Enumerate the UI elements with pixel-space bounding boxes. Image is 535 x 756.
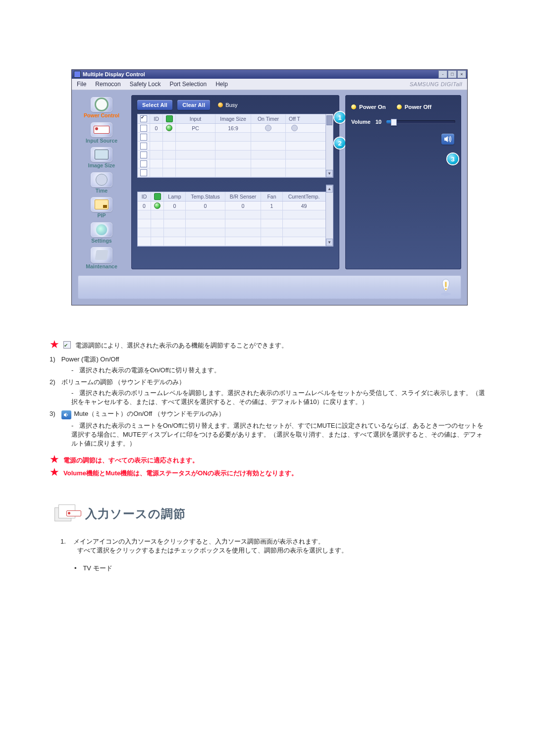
item-number: 2) xyxy=(50,378,59,386)
list-item-3: 3) Mute（ミュート）のOn/Off （サウンドモデルのみ） xyxy=(50,409,485,419)
menu-safety-lock[interactable]: Safety Lock xyxy=(130,81,161,88)
center-panel: Select All Clear All Busy xyxy=(131,95,339,269)
cell-id: 0 xyxy=(138,202,151,210)
sidebar-item-power-control[interactable]: Power Control xyxy=(84,97,119,118)
col-input: Input xyxy=(175,114,215,123)
svg-point-0 xyxy=(441,293,451,296)
table-row xyxy=(138,219,325,228)
sidebar-item-time[interactable]: Time xyxy=(91,172,112,194)
scroll-up-icon[interactable]: ▲ xyxy=(326,185,333,193)
volume-label: Volume xyxy=(351,119,371,125)
image-size-icon xyxy=(95,150,108,159)
power-on-label: Power On xyxy=(359,104,386,110)
power-on-led-icon xyxy=(351,104,356,109)
mute-button[interactable] xyxy=(441,134,454,145)
table-row xyxy=(138,210,325,219)
grid-scrollbar[interactable]: ▲ ▼ xyxy=(326,185,333,247)
time-icon xyxy=(96,174,107,186)
power-off-led-icon xyxy=(397,104,402,109)
col-off-t: Off T xyxy=(285,114,303,123)
dash-icon: - xyxy=(71,389,77,397)
table-row[interactable]: 0 PC 16:9 xyxy=(138,124,325,133)
cell-br-senser: 0 xyxy=(225,202,261,210)
star-icon: ★ xyxy=(50,467,59,478)
sidebar-item-label: Image Size xyxy=(88,163,115,168)
ordered-text-a: メインアイコンの入力ソースをクリックすると、入力ソース調節画面が表示されます。 xyxy=(73,538,324,545)
sidebar-item-maintenance[interactable]: Maintenance xyxy=(86,247,117,269)
row-checkbox[interactable] xyxy=(140,134,147,141)
row-checkbox[interactable] xyxy=(140,125,147,132)
scroll-down-icon[interactable]: ▼ xyxy=(326,170,333,177)
dash-icon: - xyxy=(71,422,77,429)
menu-remocon[interactable]: Remocon xyxy=(95,81,120,88)
item-number: 3) xyxy=(50,410,59,417)
sub-item: - 選択された表示のボリュームレベルを調節します。選択された表示のボリュームレベ… xyxy=(71,389,485,406)
sidebar-item-label: Time xyxy=(96,188,107,194)
menu-file[interactable]: File xyxy=(77,81,86,88)
svg-point-2 xyxy=(445,288,447,290)
col-status-icon xyxy=(154,193,161,200)
sidebar-item-label: Maintenance xyxy=(86,264,117,269)
sidebar-item-input-source[interactable]: Input Source xyxy=(86,122,117,144)
row-checkbox[interactable] xyxy=(140,160,147,167)
maintenance-icon xyxy=(95,250,108,260)
display-grid-wrap: ID Input Image Size On Timer Off T 0 xyxy=(137,114,333,178)
power-off-button[interactable]: Power Off xyxy=(397,104,431,110)
cell-id: 0 xyxy=(150,124,162,132)
power-on-button[interactable]: Power On xyxy=(351,104,386,110)
sidebar-item-image-size[interactable]: Image Size xyxy=(88,147,115,168)
red-note-line: ★ Volume機能とMute機能は、電源ステータスがONの表示にだけ有効となり… xyxy=(50,468,485,479)
table-row[interactable]: 0 0 0 0 1 49 xyxy=(138,202,325,210)
col-temp-status: Temp.Status xyxy=(185,192,225,201)
off-t-dot-icon xyxy=(291,125,298,131)
select-all-button[interactable]: Select All xyxy=(137,100,172,110)
item-number: 1. xyxy=(60,538,71,545)
busy-indicator: Busy xyxy=(218,102,237,108)
header-checkbox[interactable] xyxy=(140,115,147,122)
pip-icon xyxy=(95,200,108,209)
close-button[interactable]: × xyxy=(457,70,466,78)
grid-scrollbar[interactable]: ▼ xyxy=(326,114,333,178)
speaker-icon xyxy=(444,136,452,143)
table-row xyxy=(138,228,325,237)
volume-value: 10 xyxy=(375,119,381,125)
sub-text: 選択された表示の電源をOn/Offに切り替えます。 xyxy=(79,366,220,374)
dash-icon: - xyxy=(71,366,77,374)
busy-led-icon xyxy=(218,102,223,107)
app-screenshot: Multiple Display Control - □ × File Remo… xyxy=(71,69,468,305)
minimize-button[interactable]: - xyxy=(438,70,447,78)
bullet-item: • TV モード xyxy=(74,564,485,573)
section-heading: 入力ソースの調節 xyxy=(54,504,485,523)
scroll-down-icon[interactable]: ▼ xyxy=(326,239,333,246)
row-checkbox[interactable] xyxy=(140,169,147,176)
star-icon: ★ xyxy=(50,339,59,350)
volume-knob[interactable] xyxy=(391,119,397,126)
row-checkbox[interactable] xyxy=(140,151,147,158)
note-text: 電源調節により、選択された表示のある機能を調節することができます。 xyxy=(75,340,288,351)
cell-input: PC xyxy=(175,124,215,132)
sidebar-item-label: Input Source xyxy=(86,138,117,144)
sidebar-item-label: Power Control xyxy=(84,113,119,118)
table-row xyxy=(138,159,325,168)
sidebar-item-pip[interactable]: PIP xyxy=(91,197,112,218)
settings-icon xyxy=(96,224,107,235)
status-grid-wrap: ID Lamp Temp.Status B/R Senser Fan Curre… xyxy=(137,185,333,247)
menu-help[interactable]: Help xyxy=(215,81,228,88)
sidebar-item-settings[interactable]: Settings xyxy=(91,222,112,244)
input-source-icon xyxy=(94,126,109,134)
red-note-text: 電源の調節は、すべての表示に適応されます。 xyxy=(63,455,199,466)
sub-item: - 選択された表示の電源をOn/Offに切り替えます。 xyxy=(71,366,485,375)
checkbox-icon xyxy=(63,341,71,349)
clear-all-button[interactable]: Clear All xyxy=(177,100,210,110)
table-row xyxy=(138,133,325,142)
maximize-button[interactable]: □ xyxy=(448,70,457,78)
list-item-1: 1) Power (電源) On/Off xyxy=(50,355,485,364)
table-row xyxy=(138,237,325,246)
scrollbar-thumb[interactable] xyxy=(326,115,332,125)
window-controls: - □ × xyxy=(438,70,466,78)
cell-lamp: 0 xyxy=(163,202,185,210)
volume-slider[interactable] xyxy=(386,120,455,123)
bullet-icon: • xyxy=(74,564,81,572)
menu-port-selection[interactable]: Port Selection xyxy=(169,81,207,88)
row-checkbox[interactable] xyxy=(140,143,147,150)
